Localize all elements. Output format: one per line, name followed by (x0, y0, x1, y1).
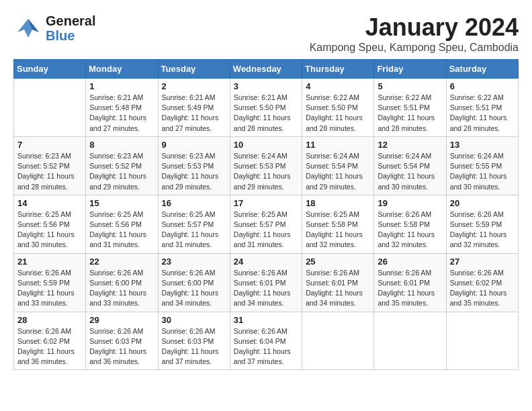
calendar-cell: 29Sunrise: 6:26 AM Sunset: 6:03 PM Dayli… (86, 312, 158, 370)
day-info: Sunrise: 6:26 AM Sunset: 6:01 PM Dayligh… (306, 268, 370, 309)
calendar-cell: 27Sunrise: 6:26 AM Sunset: 6:02 PM Dayli… (446, 253, 518, 312)
calendar-cell (14, 79, 86, 137)
day-number: 23 (162, 257, 226, 267)
calendar-week-row: 7Sunrise: 6:23 AM Sunset: 5:52 PM Daylig… (14, 136, 519, 195)
calendar-cell: 26Sunrise: 6:26 AM Sunset: 6:01 PM Dayli… (374, 253, 446, 312)
day-number: 6 (450, 81, 515, 91)
day-info: Sunrise: 6:24 AM Sunset: 5:53 PM Dayligh… (234, 151, 298, 192)
calendar-cell: 23Sunrise: 6:26 AM Sunset: 6:00 PM Dayli… (158, 253, 230, 312)
day-number: 19 (378, 198, 442, 208)
calendar-cell: 11Sunrise: 6:24 AM Sunset: 5:54 PM Dayli… (302, 136, 374, 195)
day-number: 27 (450, 257, 515, 267)
calendar-week-row: 28Sunrise: 6:26 AM Sunset: 6:02 PM Dayli… (14, 312, 519, 370)
day-number: 4 (306, 81, 370, 91)
calendar-cell: 17Sunrise: 6:25 AM Sunset: 5:57 PM Dayli… (230, 195, 302, 253)
day-info: Sunrise: 6:26 AM Sunset: 5:59 PM Dayligh… (17, 268, 82, 309)
day-info: Sunrise: 6:25 AM Sunset: 5:56 PM Dayligh… (17, 210, 82, 250)
calendar-week-row: 21Sunrise: 6:26 AM Sunset: 5:59 PM Dayli… (14, 253, 519, 312)
day-number: 13 (450, 140, 515, 150)
day-number: 29 (89, 315, 154, 325)
svg-marker-0 (17, 19, 39, 38)
day-number: 28 (17, 315, 82, 325)
day-info: Sunrise: 6:26 AM Sunset: 6:02 PM Dayligh… (450, 268, 515, 309)
calendar-cell: 30Sunrise: 6:26 AM Sunset: 6:03 PM Dayli… (158, 312, 230, 370)
page-title: January 2024 (310, 13, 519, 42)
day-number: 15 (89, 198, 154, 208)
calendar-cell: 7Sunrise: 6:23 AM Sunset: 5:52 PM Daylig… (14, 136, 86, 195)
calendar-day-header: Monday (86, 60, 158, 79)
day-info: Sunrise: 6:21 AM Sunset: 5:49 PM Dayligh… (162, 93, 226, 134)
day-info: Sunrise: 6:25 AM Sunset: 5:56 PM Dayligh… (89, 210, 154, 250)
day-number: 18 (306, 198, 370, 208)
day-info: Sunrise: 6:26 AM Sunset: 5:58 PM Dayligh… (378, 210, 442, 250)
calendar-cell: 10Sunrise: 6:24 AM Sunset: 5:53 PM Dayli… (230, 136, 302, 195)
day-info: Sunrise: 6:25 AM Sunset: 5:57 PM Dayligh… (162, 210, 226, 250)
day-number: 2 (162, 81, 226, 91)
day-number: 25 (306, 257, 370, 267)
calendar-day-header: Wednesday (230, 60, 302, 79)
day-info: Sunrise: 6:25 AM Sunset: 5:57 PM Dayligh… (234, 210, 298, 250)
day-info: Sunrise: 6:22 AM Sunset: 5:51 PM Dayligh… (378, 93, 442, 134)
day-info: Sunrise: 6:26 AM Sunset: 6:03 PM Dayligh… (89, 326, 154, 367)
calendar-cell: 20Sunrise: 6:26 AM Sunset: 5:59 PM Dayli… (446, 195, 518, 253)
calendar-cell: 12Sunrise: 6:24 AM Sunset: 5:54 PM Dayli… (374, 136, 446, 195)
day-number: 14 (17, 198, 82, 208)
day-number: 24 (234, 257, 298, 267)
day-number: 21 (17, 257, 82, 267)
day-info: Sunrise: 6:23 AM Sunset: 5:52 PM Dayligh… (17, 151, 82, 192)
calendar-cell: 15Sunrise: 6:25 AM Sunset: 5:56 PM Dayli… (86, 195, 158, 253)
calendar-day-header: Sunday (14, 60, 86, 79)
calendar-header: SundayMondayTuesdayWednesdayThursdayFrid… (14, 60, 519, 79)
day-number: 5 (378, 81, 442, 91)
calendar-cell: 21Sunrise: 6:26 AM Sunset: 5:59 PM Dayli… (14, 253, 86, 312)
day-info: Sunrise: 6:26 AM Sunset: 6:00 PM Dayligh… (89, 268, 154, 309)
day-info: Sunrise: 6:26 AM Sunset: 6:01 PM Dayligh… (378, 268, 442, 309)
day-info: Sunrise: 6:26 AM Sunset: 6:03 PM Dayligh… (162, 326, 226, 367)
day-info: Sunrise: 6:23 AM Sunset: 5:52 PM Dayligh… (89, 151, 154, 192)
day-info: Sunrise: 6:26 AM Sunset: 6:01 PM Dayligh… (234, 268, 298, 309)
logo-icon (13, 13, 43, 43)
day-number: 31 (234, 315, 298, 325)
day-number: 22 (89, 257, 154, 267)
calendar-cell: 14Sunrise: 6:25 AM Sunset: 5:56 PM Dayli… (14, 195, 86, 253)
day-info: Sunrise: 6:26 AM Sunset: 6:00 PM Dayligh… (162, 268, 226, 309)
day-number: 17 (234, 198, 298, 208)
day-number: 26 (378, 257, 442, 267)
day-number: 9 (162, 140, 226, 150)
calendar-cell: 5Sunrise: 6:22 AM Sunset: 5:51 PM Daylig… (374, 79, 446, 137)
calendar-cell: 28Sunrise: 6:26 AM Sunset: 6:02 PM Dayli… (14, 312, 86, 370)
calendar-cell (374, 312, 446, 370)
calendar-day-header: Tuesday (158, 60, 230, 79)
day-number: 10 (234, 140, 298, 150)
day-number: 30 (162, 315, 226, 325)
calendar-cell: 3Sunrise: 6:21 AM Sunset: 5:50 PM Daylig… (230, 79, 302, 137)
calendar-cell: 22Sunrise: 6:26 AM Sunset: 6:00 PM Dayli… (86, 253, 158, 312)
day-info: Sunrise: 6:24 AM Sunset: 5:55 PM Dayligh… (450, 151, 515, 192)
calendar-cell: 24Sunrise: 6:26 AM Sunset: 6:01 PM Dayli… (230, 253, 302, 312)
calendar-cell: 6Sunrise: 6:22 AM Sunset: 5:51 PM Daylig… (446, 79, 518, 137)
calendar-week-row: 1Sunrise: 6:21 AM Sunset: 5:48 PM Daylig… (14, 79, 519, 137)
logo: General Blue (13, 13, 95, 43)
day-info: Sunrise: 6:22 AM Sunset: 5:50 PM Dayligh… (306, 93, 370, 134)
calendar-cell: 8Sunrise: 6:23 AM Sunset: 5:52 PM Daylig… (86, 136, 158, 195)
calendar-cell: 1Sunrise: 6:21 AM Sunset: 5:48 PM Daylig… (86, 79, 158, 137)
day-number: 3 (234, 81, 298, 91)
calendar-day-header: Friday (374, 60, 446, 79)
calendar-cell (446, 312, 518, 370)
day-info: Sunrise: 6:26 AM Sunset: 6:04 PM Dayligh… (234, 326, 298, 367)
day-info: Sunrise: 6:24 AM Sunset: 5:54 PM Dayligh… (306, 151, 370, 192)
calendar-day-header: Thursday (302, 60, 374, 79)
calendar-cell: 13Sunrise: 6:24 AM Sunset: 5:55 PM Dayli… (446, 136, 518, 195)
calendar-day-header: Saturday (446, 60, 518, 79)
day-info: Sunrise: 6:25 AM Sunset: 5:58 PM Dayligh… (306, 210, 370, 250)
logo-blue-text: Blue (46, 28, 95, 43)
calendar-cell: 9Sunrise: 6:23 AM Sunset: 5:53 PM Daylig… (158, 136, 230, 195)
calendar-week-row: 14Sunrise: 6:25 AM Sunset: 5:56 PM Dayli… (14, 195, 519, 253)
day-number: 7 (17, 140, 82, 150)
day-info: Sunrise: 6:26 AM Sunset: 5:59 PM Dayligh… (450, 210, 515, 250)
calendar-cell: 18Sunrise: 6:25 AM Sunset: 5:58 PM Dayli… (302, 195, 374, 253)
title-block: January 2024 Kampong Speu, Kampong Speu,… (310, 13, 519, 54)
calendar-cell: 19Sunrise: 6:26 AM Sunset: 5:58 PM Dayli… (374, 195, 446, 253)
day-info: Sunrise: 6:26 AM Sunset: 6:02 PM Dayligh… (17, 326, 82, 367)
logo-general-text: General (46, 13, 95, 28)
